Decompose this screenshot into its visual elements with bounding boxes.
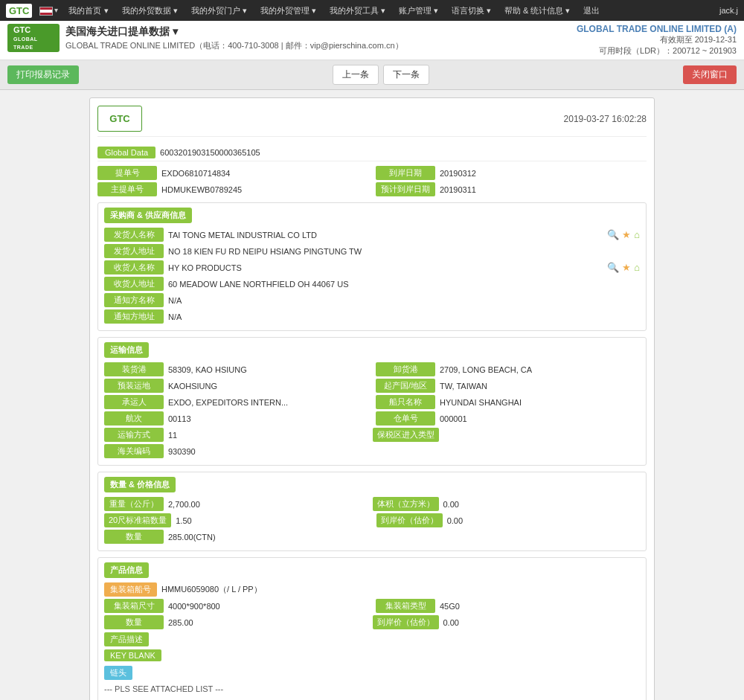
weight-label: 重量（公斤）	[104, 497, 164, 511]
nav-account[interactable]: 账户管理 ▾	[393, 2, 444, 19]
nav-language[interactable]: 语言切换 ▾	[446, 2, 497, 19]
header-contact: GLOBAL TRADE ONLINE LIMITED（电话：400-710-3…	[65, 40, 403, 51]
nav-manage[interactable]: 我的外贸管理 ▾	[254, 2, 322, 19]
container-20-label: 20尺标准箱数量	[104, 513, 171, 527]
voyage-value: 00113	[168, 414, 368, 423]
container-badge-value: HMMU6059080（/ L / PP）	[161, 584, 640, 595]
container-20-value: 1.50	[176, 516, 368, 525]
nav-trade-data[interactable]: 我的外贸数据 ▾	[116, 2, 184, 19]
master-bill-label: 主提单号	[97, 182, 157, 196]
page-title: 美国海关进口提单数据 ▾	[65, 25, 403, 39]
next-button[interactable]: 下一条	[383, 65, 429, 85]
nav-tools[interactable]: 我的外贸工具 ▾	[324, 2, 391, 19]
load-place-label: 预装运地	[104, 379, 164, 393]
load-port-row: 装货港 58309, KAO HSIUNG 卸货港 2709, LONG BEA…	[104, 362, 640, 376]
shipper-search-icon[interactable]: 🔍	[607, 229, 619, 240]
bonded-label: 保税区进入类型	[373, 428, 439, 442]
consignee-search-icon[interactable]: 🔍	[607, 262, 619, 273]
transport-header: 运输信息	[104, 342, 640, 362]
valid-until: 有效期至 2019-12-31	[577, 34, 737, 45]
transport-section: 运输信息 装货港 58309, KAO HSIUNG 卸货港 2709, LON…	[97, 337, 647, 466]
quantity-price-section: 数量 & 价格信息 重量（公斤） 2,700.00 体积（立方米） 0.00 2…	[97, 472, 647, 551]
qty-label: 数量	[104, 530, 164, 544]
load-port-value: 58309, KAO HSIUNG	[168, 365, 368, 374]
product-qty-row: 数量 285.00 到岸价（估价） 0.00	[104, 615, 640, 629]
product-info-section: 产品信息 集装箱船号 HMMU6059080（/ L / PP） 集装箱尺寸 4…	[97, 557, 647, 700]
ldr-info: 可用时段（LDR）：200712 ~ 201903	[577, 45, 737, 57]
product-qty-value: 285.00	[168, 618, 365, 627]
product-qty-label: 数量	[104, 615, 164, 629]
consignee-star-icon[interactable]: ★	[622, 262, 631, 273]
buyer-supplier-header: 采购商 & 供应商信息	[104, 208, 640, 228]
consignee-name-label: 收货人名称	[104, 260, 164, 274]
shipper-name-label: 发货人名称	[104, 228, 164, 242]
container-20-row: 20尺标准箱数量 1.50 到岸价（估价） 0.00	[104, 513, 640, 527]
bill-no-value: EXDO6810714834	[161, 169, 368, 178]
product-text: --- PLS SEE ATTACHED LIST ---	[104, 684, 640, 693]
volume-value: 0.00	[443, 500, 641, 509]
weight-row: 重量（公斤） 2,700.00 体积（立方米） 0.00	[104, 497, 640, 511]
nav-help[interactable]: 帮助 & 统计信息 ▾	[498, 2, 577, 19]
load-port-label: 装货港	[104, 362, 164, 376]
vessel-value: HYUNDAI SHANGHAI	[440, 398, 640, 407]
nav-home[interactable]: 我的首页 ▾	[62, 2, 114, 19]
print-button[interactable]: 打印报易记录	[7, 65, 79, 84]
shipper-addr-value: NO 18 KIEN FU RD NEIPU HSIANG PINGTUNG T…	[168, 247, 640, 256]
header-logo: GTCGLOBAL TRADE	[7, 24, 60, 52]
record-logo: GTC	[97, 106, 142, 132]
shipper-name-row: 发货人名称 TAI TONG METAL INDUSTRIAL CO LTD 🔍…	[104, 228, 640, 242]
top-toolbar: 打印报易记录 上一条 下一条 关闭窗口	[0, 60, 744, 90]
shipper-star-icon[interactable]: ★	[622, 229, 631, 240]
nav-logout[interactable]: 退出	[577, 2, 606, 19]
consignee-home-icon[interactable]: ⌂	[634, 262, 640, 273]
transport-title: 运输信息	[104, 342, 149, 358]
origin-label: 起产国/地区	[376, 379, 435, 393]
user-name: jack.j	[719, 6, 738, 15]
consignee-name-value: HY KO PRODUCTS	[168, 263, 603, 272]
bill-no-label: 提单号	[97, 166, 157, 180]
consignee-addr-value: 60 MEADOW LANE NORTHFIELD OH 44067 US	[168, 280, 640, 289]
buyer-supplier-title: 采购商 & 供应商信息	[104, 208, 192, 223]
nav-portal[interactable]: 我的外贸门户 ▾	[185, 2, 253, 19]
master-bill-row: 主提单号 HDMUKEWB0789245 预计到岸日期 20190311	[97, 182, 647, 196]
record-header: GTC 2019-03-27 16:02:28	[97, 106, 647, 137]
notify-addr-label: 通知方地址	[104, 309, 164, 324]
flag-selector[interactable]: ▾	[39, 5, 58, 15]
customs-code-value: 930390	[168, 447, 640, 456]
bill-section: 提单号 EXDO6810714834 到岸日期 20190312 主提单号 HD…	[97, 166, 647, 196]
container-badge-row: 集装箱船号 HMMU6059080（/ L / PP）	[104, 582, 640, 597]
shipper-home-icon[interactable]: ⌂	[634, 229, 640, 240]
customs-code-row: 海关编码 930390	[104, 444, 640, 458]
top-navigation: GTC ▾ 我的首页 ▾ 我的外贸数据 ▾ 我的外贸门户 ▾ 我的外贸管理 ▾ …	[0, 0, 744, 21]
arrival-date-value: 20190312	[440, 169, 647, 178]
nav-logo[interactable]: GTC	[6, 4, 32, 18]
transport-mode-label: 运输方式	[104, 428, 164, 442]
carrier-value: EXDO, EXPEDITORS INTERN...	[168, 398, 368, 407]
company-name: GLOBAL TRADE ONLINE LIMITED (A)	[577, 24, 737, 34]
product-info-header: 产品信息	[104, 562, 640, 582]
origin-value: TW, TAIWAN	[440, 382, 640, 391]
arrival-date-label: 到岸日期	[376, 166, 435, 180]
shipper-name-value: TAI TONG METAL INDUSTRIAL CO LTD	[168, 231, 603, 240]
container-type-label: 集装箱类型	[376, 599, 435, 613]
product-desc-row: 产品描述	[104, 632, 640, 646]
consignee-addr-row: 收货人地址 60 MEADOW LANE NORTHFIELD OH 44067…	[104, 277, 640, 291]
container-size-row: 集装箱尺寸 4000*900*800 集装箱类型 45G0	[104, 599, 640, 613]
close-button[interactable]: 关闭窗口	[683, 65, 737, 84]
shipper-addr-row: 发货人地址 NO 18 KIEN FU RD NEIPU HSIANG PING…	[104, 244, 640, 258]
delivery-price-label: 到岸价（估价）	[373, 615, 439, 629]
load-place-value: KAOHSIUNG	[168, 382, 368, 391]
product-desc-label: 产品描述	[104, 632, 149, 646]
prev-button[interactable]: 上一条	[333, 65, 379, 85]
consignee-name-row: 收货人名称 HY KO PRODUCTS 🔍 ★ ⌂	[104, 260, 640, 274]
container-no-value: 000001	[440, 414, 640, 423]
notify-name-row: 通知方名称 N/A	[104, 293, 640, 307]
carrier-label: 承运人	[104, 395, 164, 409]
quantity-price-title: 数量 & 价格信息	[104, 477, 176, 492]
container-no-label: 仓单号	[376, 411, 435, 426]
consignee-addr-label: 收货人地址	[104, 277, 164, 291]
load-place-row: 预装运地 KAOHSIUNG 起产国/地区 TW, TAIWAN	[104, 379, 640, 393]
volume-label: 体积（立方米）	[373, 497, 439, 511]
notify-name-value: N/A	[168, 296, 640, 305]
qty-value: 285.00(CTN)	[168, 533, 640, 542]
